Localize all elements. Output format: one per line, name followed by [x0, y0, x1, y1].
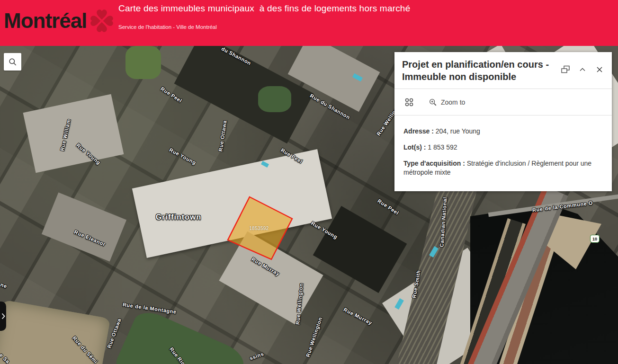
feature-menu-button[interactable]	[402, 95, 416, 109]
search-icon	[8, 57, 18, 67]
zoom-to-label: Zoom to	[441, 98, 465, 106]
street-label: Rue Wellington	[295, 283, 304, 325]
feature-popup: Projet en planification/en cours - Immeu…	[394, 52, 612, 191]
map-canvas[interactable]: 1853592 10 du ShannonRue PeelRue William…	[0, 46, 618, 364]
popup-title: Projet en planification/en cours - Immeu…	[402, 59, 558, 83]
app-window: Montréal Carte des immeubles municipaux …	[0, 0, 618, 364]
montreal-rosette-icon	[90, 9, 114, 33]
four-dots-grid-icon	[404, 98, 414, 107]
collapse-popup-button[interactable]	[575, 62, 590, 77]
street-label: Rue Peel	[280, 147, 304, 165]
zoom-in-magnifier-icon	[429, 98, 437, 107]
street-label: Rue Eleanor	[73, 229, 107, 248]
street-label: e Sa	[0, 352, 11, 364]
street-label: ssins	[249, 351, 264, 361]
field-adresse: Adresse : 204, rue Young	[403, 127, 602, 136]
dock-popup-button[interactable]	[558, 62, 573, 77]
left-panel-expand-handle[interactable]	[0, 302, 6, 331]
street-label: Rue du Sémi	[72, 335, 99, 364]
place-label: Griffintown	[156, 213, 201, 222]
street-label: Rue Peel	[376, 198, 400, 216]
street-label: Rue William	[59, 118, 72, 151]
street-label: Rue Ottawa	[217, 120, 227, 152]
close-popup-button[interactable]	[592, 62, 607, 77]
chevron-up-icon	[579, 66, 586, 73]
popup-toolbar: Zoom to	[394, 89, 612, 115]
montreal-logo: Montréal	[4, 9, 114, 33]
popup-header-actions	[558, 62, 607, 77]
field-lots: Lot(s) : 1 853 592	[403, 143, 602, 152]
chevron-right-icon	[1, 313, 5, 320]
street-label: ne	[0, 282, 8, 289]
close-icon	[596, 66, 603, 73]
street-label: Rue Murray	[343, 307, 374, 326]
app-header: Montréal Carte des immeubles municipaux …	[0, 0, 618, 46]
street-label: Rue Ottawa	[106, 318, 122, 349]
street-label: Rue du Shannon	[309, 93, 351, 120]
street-label: Rue Smith	[411, 270, 421, 299]
popup-content: Adresse : 204, rue Young Lot(s) : 1 853 …	[394, 115, 612, 191]
street-label: Rue Young	[169, 147, 197, 166]
dock-icon	[560, 64, 571, 75]
street-label: Rue Young	[310, 220, 339, 240]
street-label: Rue Murray	[251, 256, 281, 277]
street-label: Rue Rio	[169, 346, 187, 364]
street-label: Rue de la Commune O	[532, 200, 593, 213]
street-label: Rue Wellington	[305, 316, 323, 358]
montreal-logo-text: Montréal	[4, 10, 87, 31]
street-label: Rue Peel	[160, 86, 183, 104]
zoom-to-button[interactable]: Zoom to	[429, 98, 465, 107]
street-label: Rue de la Montagne	[122, 302, 177, 315]
street-label: Rue Young	[75, 142, 102, 165]
search-button[interactable]	[4, 53, 21, 71]
popup-header: Projet en planification/en cours - Immeu…	[394, 52, 612, 89]
street-label: du Shannon	[220, 46, 252, 66]
page-subtitle: Service de l'habitation - Ville de Montr…	[118, 24, 217, 30]
field-type-acquisition: Type d'acquisition : Stratégie d'inclusi…	[403, 159, 602, 177]
page-title: Carte des immeubles municipaux à des fin…	[118, 3, 410, 14]
street-label: Canadian National	[439, 197, 448, 248]
